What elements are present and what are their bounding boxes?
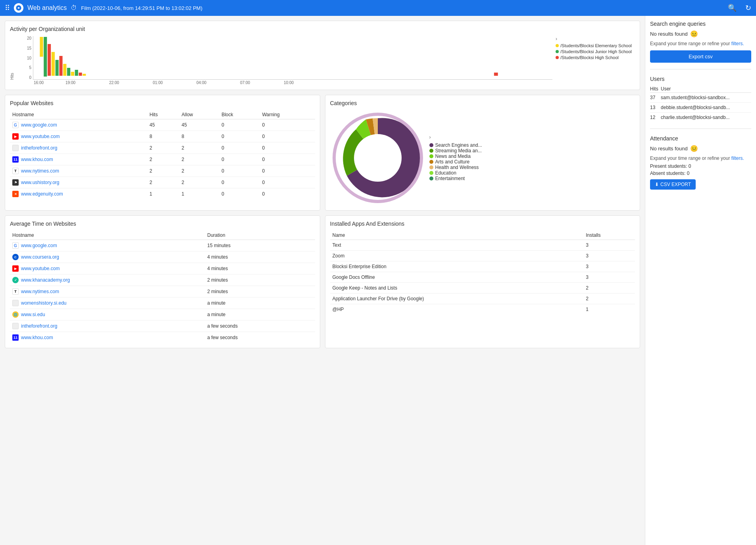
app-installs-cell: 3 [583, 272, 635, 283]
hostname-link[interactable]: intheforefront.org [21, 145, 57, 151]
search-icon[interactable]: 🔍 [728, 4, 737, 12]
categories-card: Categories [325, 95, 641, 211]
avg-time-row: 11 www.khou.com a few seconds [10, 332, 315, 344]
popular-block-cell: 0 [219, 188, 260, 200]
search-filters-link[interactable]: filters. [731, 41, 744, 46]
popular-hits-cell: 2 [147, 154, 179, 165]
hostname-link[interactable]: www.google.com [21, 122, 57, 128]
refresh-icon[interactable]: ↻ [745, 4, 751, 12]
popular-block-cell: 0 [219, 177, 260, 188]
legend-item: /Students/Blocksi High School [556, 55, 635, 60]
middle-section: Popular Websites Hostname Hits Allow Blo… [5, 95, 640, 211]
si-icon: 🌐 [12, 311, 19, 318]
users-col-user: User [661, 85, 751, 93]
categories-expand-btn[interactable]: › [429, 134, 431, 140]
cat-label: Health and Wellness [435, 165, 479, 170]
cat-label: Arts and Culture [435, 159, 470, 165]
col-hits: Hits [147, 110, 179, 119]
hostname-link[interactable]: www.khou.com [21, 157, 53, 162]
popular-websites-title: Popular Websites [10, 100, 315, 106]
svg-rect-13 [494, 73, 498, 76]
app-name-cell: Blocksi Enterprise Edition [330, 261, 584, 272]
app-installs-cell: 3 [583, 240, 635, 251]
x-label: 22:00 [109, 81, 153, 85]
google-icon: G [12, 122, 19, 128]
hostname-link[interactable]: www.nytimes.com [21, 168, 59, 174]
youtube-icon: ▶ [12, 133, 19, 140]
search-expand-msg: Expand your time range or refine your fi… [650, 40, 751, 47]
popular-hits-cell: 2 [147, 142, 179, 154]
x-label: 07:00 [240, 81, 284, 85]
popular-websites-table: Hostname Hits Allow Block Warning G www.… [10, 110, 315, 200]
avg-hostname-link[interactable]: intheforefront.org [21, 323, 57, 329]
hostname-link[interactable]: www.youtube.com [21, 134, 60, 139]
legend-expand-btn[interactable]: › [556, 36, 557, 42]
app-installs-cell: 3 [583, 261, 635, 272]
apps-icon[interactable]: ⠿ [5, 4, 10, 12]
attendance-no-results: No results found 😐 [650, 145, 751, 152]
hostname-link[interactable]: www.edgenuity.com [21, 191, 63, 197]
user-row: 12 charlie.student@blocksi-sandb... [650, 113, 751, 123]
popular-warning-cell: 0 [260, 165, 315, 177]
col-warning: Warning [260, 110, 315, 119]
popular-hostname-cell: 11 www.khou.com [10, 154, 147, 165]
topnav: ⠿ Web analytics ⏱ Film (2022-10-06, from… [0, 0, 756, 16]
y-axis-label: Hits [10, 40, 14, 80]
avg-duration-cell: a few seconds [205, 332, 315, 344]
y-label: 0 [25, 75, 31, 80]
avg-duration-cell: 4 minutes [205, 263, 315, 274]
edgenuity-icon: ✕ [12, 191, 19, 197]
site-icon-none [12, 323, 19, 329]
activity-title: Activity per Organizational unit [10, 26, 635, 32]
avg-hostname-link[interactable]: www.si.edu [21, 312, 45, 317]
avg-hostname-link[interactable]: www.khou.com [21, 335, 53, 340]
cat-color-dot [429, 149, 433, 153]
avg-time-row: ▶ www.youtube.com 4 minutes [10, 263, 315, 274]
cat-label: Entertainment [435, 176, 465, 181]
popular-block-cell: 0 [219, 119, 260, 131]
avg-hostname-cell: C www.coursera.org [10, 251, 205, 263]
avg-hostname-link[interactable]: www.youtube.com [21, 266, 60, 271]
popular-hits-cell: 2 [147, 177, 179, 188]
popular-block-cell: 0 [219, 165, 260, 177]
svg-rect-12 [83, 74, 86, 76]
logo [14, 3, 23, 13]
attendance-expand-msg: Expand your time range or refine your fi… [650, 155, 751, 162]
popular-allow-cell: 2 [179, 142, 219, 154]
legend-color-2 [556, 50, 559, 53]
avg-hostname-link[interactable]: www.google.com [21, 243, 57, 248]
popular-warning-cell: 0 [260, 119, 315, 131]
app-title: Web analytics [27, 4, 67, 12]
avg-hostname-cell: womenshistory.si.edu [10, 297, 205, 309]
attendance-section: Attendance No results found 😐 Expand you… [650, 135, 751, 190]
csv-export-btn[interactable]: ⬇ CSV EXPORT [650, 179, 696, 190]
clock-icon: ⏱ [71, 4, 77, 12]
avg-hostname-cell: T www.nytimes.com [10, 286, 205, 297]
khanacademy-icon: ✓ [12, 277, 19, 283]
left-panel: Activity per Organizational unit Hits 20… [0, 16, 645, 545]
popular-allow-cell: 2 [179, 177, 219, 188]
avg-hostname-cell: ✓ www.khanacademy.org [10, 274, 205, 286]
app-row: Google Docs Offline 3 [330, 272, 635, 283]
avg-hostname-link[interactable]: www.coursera.org [21, 254, 59, 260]
hostname-link[interactable]: www.ushistory.org [21, 180, 59, 185]
avg-hostname-link[interactable]: www.khanacademy.org [21, 277, 70, 283]
export-csv-btn[interactable]: Export csv [650, 50, 751, 63]
svg-rect-11 [79, 73, 82, 76]
popular-hits-cell: 45 [147, 119, 179, 131]
cat-legend-item: News and Media [429, 154, 482, 159]
svg-rect-8 [67, 68, 70, 76]
cat-label: Streaming Media an... [435, 148, 482, 154]
search-queries-title: Search engine queries [650, 21, 751, 27]
cat-legend-item: Entertainment [429, 176, 482, 181]
app-installs-cell: 3 [583, 251, 635, 261]
time-range: Film (2022-10-06, from 14:29:51 PM to 13… [81, 5, 202, 11]
popular-hostname-cell: T www.nytimes.com [10, 165, 147, 177]
x-label: 10:00 [284, 81, 327, 85]
avg-time-row: ✓ www.khanacademy.org 2 minutes [10, 274, 315, 286]
avg-hostname-link[interactable]: www.nytimes.com [21, 289, 59, 294]
attendance-filters-link[interactable]: filters. [731, 155, 744, 161]
cat-legend-item: Arts and Culture [429, 159, 482, 165]
legend-item: /Students/Blocksi Elementary School [556, 43, 635, 48]
avg-hostname-link[interactable]: womenshistory.si.edu [21, 300, 67, 306]
